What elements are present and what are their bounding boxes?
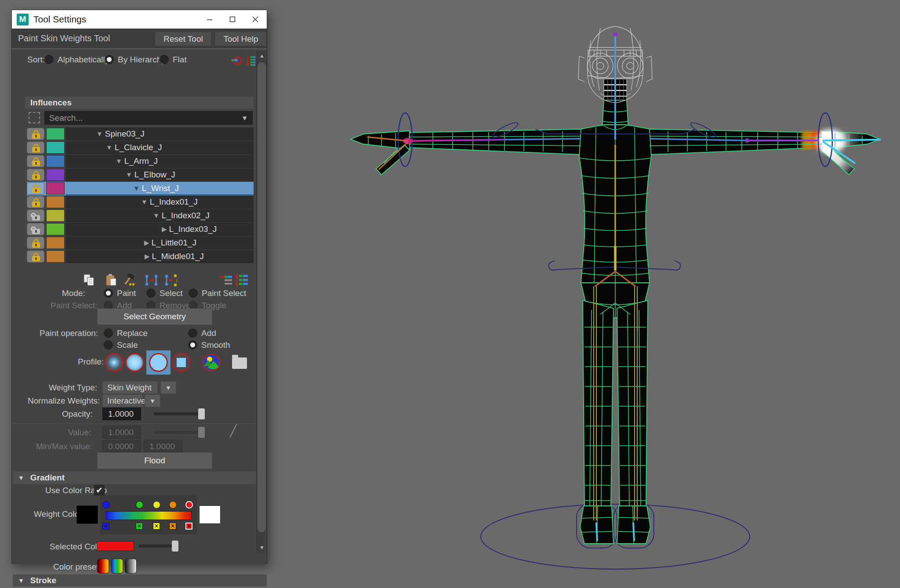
paint-op-smooth-radio[interactable]: Smooth: [188, 340, 230, 350]
unlock-icon[interactable]: [27, 223, 44, 235]
ramp-key-blue[interactable]: ✕: [102, 523, 109, 530]
selected-color-slider[interactable]: [138, 545, 177, 548]
ramp-key-red-selected[interactable]: ✕: [185, 523, 192, 530]
joint-color-swatch[interactable]: [46, 209, 65, 222]
sort-flat-radio[interactable]: Flat: [160, 55, 187, 65]
ramp-stop-blue[interactable]: [102, 501, 110, 509]
influence-row-l-index01[interactable]: ▼L_Index01_J: [27, 195, 254, 209]
window-titlebar[interactable]: M Tool Settings: [12, 10, 267, 29]
opacity-slider[interactable]: [153, 412, 204, 415]
folder-icon[interactable]: [232, 357, 247, 369]
paint-op-scale-radio[interactable]: Scale: [104, 340, 138, 350]
marquee-select-icon[interactable]: [29, 112, 40, 123]
joint-color-swatch[interactable]: [46, 169, 65, 181]
influence-row-l-index02[interactable]: ▼L_Index02_J: [27, 209, 254, 223]
weight-hammer-icon[interactable]: [123, 274, 138, 287]
joint-color-swatch[interactable]: [46, 141, 65, 154]
joint-color-swatch[interactable]: [46, 182, 65, 195]
joint-color-swatch[interactable]: [46, 155, 65, 167]
weight-color-black-swatch[interactable]: [76, 505, 98, 524]
use-color-ramp-checkbox[interactable]: ✔: [94, 485, 105, 495]
gradient-section-header[interactable]: ▼ Gradient: [13, 472, 267, 484]
joint-color-swatch[interactable]: [46, 196, 65, 208]
joint-color-swatch[interactable]: [46, 250, 65, 263]
flood-button[interactable]: Flood: [97, 452, 212, 469]
collapse-arrow-icon[interactable]: ▼: [18, 474, 24, 481]
move-weights-target-icon[interactable]: [163, 274, 177, 287]
move-weights-icon[interactable]: [144, 274, 158, 287]
select-geometry-button[interactable]: Select Geometry: [97, 308, 212, 325]
scroll-down-icon[interactable]: ▼: [257, 543, 267, 552]
mode-paint-radio[interactable]: Paint: [104, 289, 136, 298]
sort-influences-icon[interactable]: [235, 274, 249, 287]
paint-op-replace-radio[interactable]: Replace: [104, 328, 148, 338]
rainbow-gradient-preset[interactable]: [111, 559, 123, 574]
influence-row-spine03[interactable]: ▼Spine03_J: [27, 127, 254, 141]
mode-select-radio[interactable]: Select: [146, 289, 183, 298]
unlock-icon[interactable]: [27, 209, 44, 222]
influence-row-l-arm[interactable]: ▼L_Arm_J: [27, 155, 254, 168]
lock-icon[interactable]: [27, 155, 44, 167]
influence-row-l-middle01[interactable]: ▶L_Middle01_J: [27, 250, 254, 263]
collapse-arrow-icon[interactable]: ▼: [18, 577, 24, 584]
paint-op-add-radio[interactable]: Add: [188, 328, 216, 338]
paste-weights-icon[interactable]: [105, 274, 119, 287]
normalize-weights-dropdown[interactable]: Interactive: [102, 394, 143, 407]
ramp-key-yellow[interactable]: ✕: [153, 523, 160, 530]
copy-weights-icon[interactable]: [83, 274, 97, 287]
joint-color-swatch[interactable]: [46, 237, 65, 249]
stroke-section-header[interactable]: ▼ Stroke: [13, 574, 267, 587]
ramp-stop-yellow[interactable]: [153, 501, 160, 509]
lock-icon[interactable]: [27, 169, 44, 181]
color-ramp-gradient-bar[interactable]: [106, 511, 192, 520]
search-input[interactable]: Search... ▼: [44, 111, 253, 125]
fire-gradient-preset[interactable]: [97, 559, 109, 574]
grayscale-gradient-preset[interactable]: [125, 559, 137, 574]
show-influences-icon[interactable]: [219, 274, 233, 287]
tool-help-button[interactable]: Tool Help: [215, 32, 267, 46]
square-brush-icon[interactable]: [172, 353, 191, 372]
ramp-stop-green[interactable]: [136, 501, 143, 509]
influence-row-l-little01[interactable]: ▶L_Little01_J: [27, 236, 254, 250]
vertical-scrollbar[interactable]: ▲ ▼: [256, 51, 267, 552]
influence-grid-icon[interactable]: [245, 55, 256, 67]
weight-type-dropdown[interactable]: Skin Weight: [102, 381, 158, 394]
gaussian-brush-icon[interactable]: [105, 353, 123, 372]
sort-alphabetically-radio[interactable]: Alphabetically: [44, 55, 109, 65]
lock-icon[interactable]: [27, 237, 44, 249]
color-ramp-widget[interactable]: ✕ ✕ ✕ ✕ ✕: [100, 495, 197, 534]
joint-color-swatch[interactable]: [46, 128, 65, 140]
lock-icon[interactable]: [27, 141, 44, 154]
weight-color-white-swatch[interactable]: [199, 505, 221, 524]
lock-icon[interactable]: [27, 250, 44, 263]
influence-row-l-index03[interactable]: ▶L_Index03_J: [27, 223, 254, 236]
normalize-weights-dropdown-arrow[interactable]: ▼: [145, 394, 160, 407]
influence-row-l-wrist-selected[interactable]: ▼L_Wrist_J: [27, 182, 254, 195]
selected-color-swatch[interactable]: [97, 541, 134, 551]
weight-type-dropdown-arrow[interactable]: ▼: [160, 381, 176, 394]
ramp-stop-red-selected[interactable]: [185, 501, 193, 509]
joint-color-swatch[interactable]: [46, 223, 65, 235]
minimize-button[interactable]: [198, 10, 221, 29]
lock-icon[interactable]: [27, 182, 44, 195]
sort-by-hierarchy-radio[interactable]: By Hierarchy: [105, 55, 166, 65]
influence-row-l-clavicle[interactable]: ▼L_Clavicle_J: [27, 141, 254, 155]
solid-brush-icon[interactable]: [149, 353, 168, 372]
mode-paint-select-radio[interactable]: Paint Select: [189, 289, 246, 298]
lock-icon[interactable]: [27, 128, 44, 140]
ramp-stop-orange[interactable]: [169, 501, 177, 509]
ground-master-control-circle[interactable]: [481, 504, 750, 569]
ramp-key-green[interactable]: ✕: [136, 523, 143, 530]
influence-row-l-elbow[interactable]: ▼L_Elbow_J: [27, 168, 254, 182]
maximize-button[interactable]: [221, 10, 244, 29]
refresh-influences-icon[interactable]: [231, 55, 243, 66]
soft-brush-icon[interactable]: [125, 353, 144, 372]
vertical-scrollbar-thumb[interactable]: [258, 62, 266, 532]
image-brush-icon[interactable]: [202, 353, 221, 372]
opacity-input[interactable]: 1.0000: [102, 408, 141, 420]
reset-tool-button[interactable]: Reset Tool: [155, 32, 211, 46]
scroll-up-icon[interactable]: ▲: [257, 51, 267, 61]
close-button[interactable]: [244, 10, 267, 29]
search-dropdown-icon[interactable]: ▼: [241, 114, 248, 122]
ramp-key-orange[interactable]: ✕: [169, 523, 176, 530]
